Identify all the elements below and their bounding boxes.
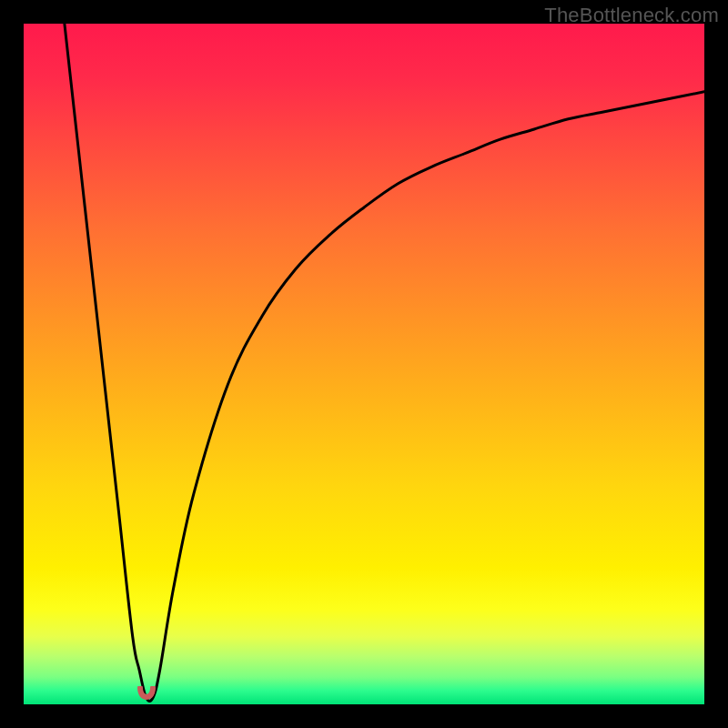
- bottleneck-curve: [65, 24, 704, 702]
- chart-frame: TheBottleneck.com: [0, 0, 728, 728]
- curve-layer: [24, 24, 704, 704]
- watermark-text: TheBottleneck.com: [544, 4, 719, 27]
- plot-area: [24, 24, 704, 704]
- minimum-marker: [137, 686, 156, 703]
